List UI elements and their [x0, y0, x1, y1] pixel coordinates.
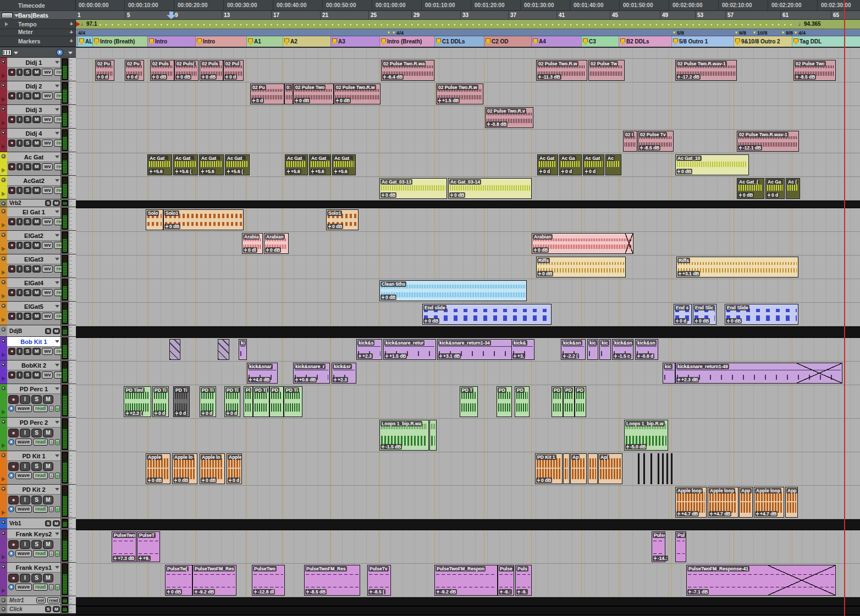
- audio-clip[interactable]: Ac Gat_03-140 dB: [448, 178, 532, 199]
- audio-clip[interactable]: Solo10 dB: [326, 209, 359, 230]
- fader-mini-button[interactable]: ⊥: [49, 506, 54, 512]
- track-resize-ruler[interactable]: [69, 81, 76, 104]
- collapse-icon[interactable]: [1, 130, 6, 135]
- track-lane-pd-perc-2[interactable]: [76, 419, 860, 452]
- collapse-icon[interactable]: [1, 177, 6, 182]
- status-mini-button[interactable]: [55, 406, 60, 412]
- audio-clip[interactable]: 02 Pulse Two.R.w+1.5 dB: [436, 84, 483, 104]
- audio-clip[interactable]: PulseT-14.:: [652, 531, 665, 562]
- audio-clip[interactable]: 02 Pulse Two.R.wav-1-12.1 dB: [737, 131, 799, 152]
- audio-clip[interactable]: Ac Gat_+5.6: [199, 154, 224, 175]
- add-meter-icon[interactable]: +: [70, 29, 73, 35]
- audio-clip[interactable]: Solo: [146, 209, 163, 230]
- automation-read-button[interactable]: read: [33, 405, 48, 412]
- audio-clip[interactable]: [429, 420, 437, 451]
- mute-button[interactable]: M: [32, 218, 41, 225]
- track-name[interactable]: PD Kit 1: [7, 451, 60, 461]
- track-name[interactable]: ElGat2: [7, 231, 60, 241]
- collapse-icon[interactable]: [1, 209, 6, 214]
- automation-read-button[interactable]: read: [33, 584, 48, 591]
- collapse-icon[interactable]: [1, 327, 6, 332]
- audio-clip[interactable]: Ac Ga0 d: [559, 154, 582, 175]
- audio-clip[interactable]: [218, 339, 229, 360]
- marker-segment[interactable]: Intro: [195, 36, 246, 47]
- add-marker-icon[interactable]: +: [70, 37, 73, 44]
- collapse-icon[interactable]: [1, 59, 6, 64]
- audio-clip[interactable]: Ac Gat_100 dB: [675, 154, 749, 175]
- audio-clip[interactable]: Ap(: [598, 453, 622, 484]
- audio-clip[interactable]: [671, 453, 672, 484]
- track-name[interactable]: DdjB: [9, 328, 44, 334]
- track-resize-ruler[interactable]: [69, 418, 76, 451]
- audio-clip[interactable]: Ac (: [786, 178, 800, 199]
- audio-clip[interactable]: 02 Puls0 dB: [150, 60, 174, 81]
- collapse-icon[interactable]: [1, 338, 6, 343]
- track-lane-didj-3[interactable]: [76, 106, 860, 130]
- status-mini-button[interactable]: [55, 584, 60, 590]
- track-resize-ruler[interactable]: [69, 105, 76, 128]
- record-button[interactable]: ●: [8, 348, 15, 355]
- chevron-down-icon[interactable]: [55, 210, 59, 213]
- collapse-icon[interactable]: [1, 303, 6, 308]
- solo-button[interactable]: S: [24, 265, 31, 273]
- ruler-bars[interactable]: 1591317212529333741454953576165: [76, 11, 860, 20]
- waveform-view-button[interactable]: wave: [15, 506, 32, 513]
- audio-clip[interactable]: Ac Ga0 d: [765, 178, 785, 199]
- audio-clip[interactable]: kick&snar+4.0 dB: [247, 363, 278, 384]
- audio-clip[interactable]: kic: [663, 363, 675, 384]
- ruler-markers[interactable]: ALLIntro (Breath)IntroIntroA1A2A3Intro (…: [76, 36, 860, 47]
- track-name[interactable]: Didj 4: [7, 129, 60, 138]
- audio-clip[interactable]: PulseTwoFM_Res-8.5 dB: [304, 565, 360, 596]
- input-button[interactable]: I: [16, 69, 23, 76]
- audio-clip[interactable]: kick&s+2.3: [356, 339, 382, 360]
- add-tempo-icon[interactable]: +: [70, 20, 73, 27]
- ruler-header-markers[interactable]: Markers +: [0, 36, 76, 47]
- collapse-icon[interactable]: [1, 564, 6, 569]
- record-button[interactable]: ●: [8, 92, 15, 99]
- audio-clip[interactable]: 02 Pulse Two.R.wa-6.4 dB: [381, 60, 434, 81]
- track-name[interactable]: Frank Keys1: [7, 563, 60, 573]
- ruler-header-tempo[interactable]: Tempo +: [0, 20, 76, 29]
- marker-flag-icon[interactable]: [673, 38, 678, 45]
- audio-clip[interactable]: [658, 453, 659, 484]
- audio-clip[interactable]: kick&sr+2.3: [332, 363, 356, 384]
- collapse-icon[interactable]: [1, 201, 6, 206]
- ruler-header-timecode[interactable]: Timecode: [0, 0, 76, 11]
- audio-clip[interactable]: Solo10 dB: [163, 209, 244, 230]
- audio-clip[interactable]: Pulse-9.:: [498, 565, 514, 596]
- track-name[interactable]: ElGat5: [7, 302, 60, 312]
- audio-clip[interactable]: PulseT+9.: [137, 531, 160, 562]
- track-resize-ruler[interactable]: [69, 360, 76, 384]
- input-button[interactable]: I: [20, 395, 30, 404]
- clock-icon[interactable]: [56, 49, 63, 56]
- track-name[interactable]: Vrb1: [9, 520, 44, 526]
- audio-clip[interactable]: PD: [563, 386, 575, 417]
- fader-mini-button[interactable]: ⊥: [49, 406, 54, 412]
- input-button[interactable]: I: [20, 462, 30, 471]
- fader-mini-button[interactable]: ⊥: [49, 473, 54, 479]
- chevron-down-icon[interactable]: [55, 258, 59, 260]
- audio-clip[interactable]: End slide0 dB: [422, 304, 552, 325]
- meter-change[interactable]: ▼9/8: [734, 30, 746, 36]
- record-button[interactable]: ●: [8, 69, 15, 76]
- chevron-down-icon[interactable]: [68, 52, 73, 54]
- automation-read-button[interactable]: read: [33, 472, 48, 479]
- input-button[interactable]: I: [16, 116, 23, 123]
- solo-button[interactable]: S: [24, 92, 31, 99]
- input-button[interactable]: I: [16, 187, 23, 194]
- record-button[interactable]: ●: [8, 140, 15, 147]
- mute-button[interactable]: M: [43, 540, 53, 549]
- marker-segment[interactable]: C1 DDLs: [434, 36, 484, 47]
- mute-button[interactable]: M: [43, 395, 53, 404]
- marker-segment[interactable]: ALL: [78, 36, 92, 47]
- audio-clip[interactable]: kick&sn-2.2 (: [561, 339, 586, 360]
- marker-segment[interactable]: 5/8 Outro 1: [671, 36, 734, 47]
- track-lane-elgat2[interactable]: [76, 232, 860, 256]
- mute-button[interactable]: M: [32, 69, 41, 76]
- input-button[interactable]: I: [16, 289, 23, 296]
- track-resize-ruler[interactable]: [69, 518, 76, 529]
- clock-icon[interactable]: [8, 473, 14, 479]
- track-lane-ddjb[interactable]: [76, 326, 860, 338]
- mute-button[interactable]: M: [32, 289, 41, 296]
- marker-segment[interactable]: A3: [330, 36, 379, 47]
